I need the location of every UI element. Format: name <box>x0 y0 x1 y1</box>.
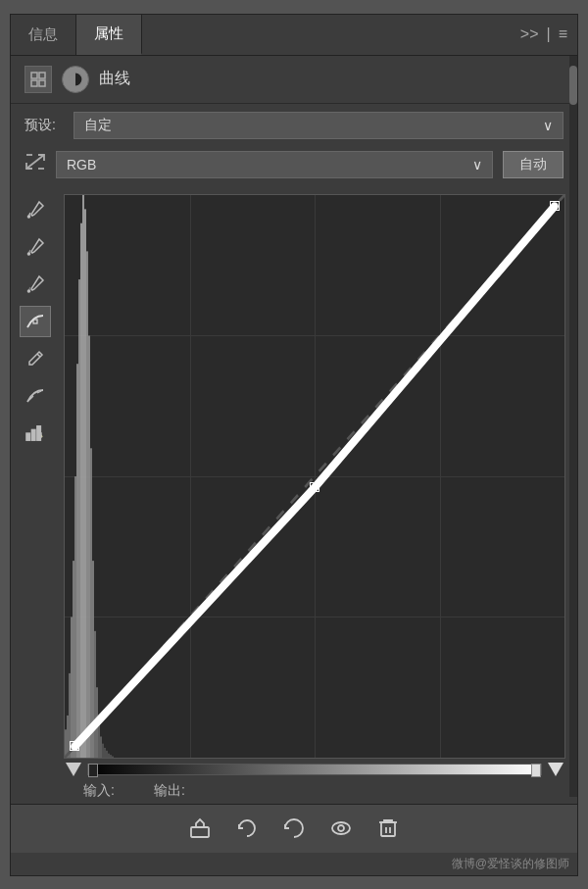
shuffle-icon[interactable] <box>24 153 46 175</box>
ctrl-point-top[interactable] <box>550 201 560 211</box>
svg-text:!: ! <box>40 432 41 437</box>
svg-rect-41 <box>191 827 209 837</box>
svg-rect-1 <box>39 73 45 78</box>
svg-rect-0 <box>31 73 37 78</box>
svg-point-42 <box>332 822 350 834</box>
svg-rect-44 <box>381 822 395 836</box>
rgb-row: RGB ∨ 自动 <box>11 147 577 186</box>
svg-point-6 <box>28 253 30 255</box>
pencil-tool[interactable] <box>20 343 51 374</box>
divider-icon: | <box>547 25 551 43</box>
gradient-handle-left[interactable] <box>88 764 98 777</box>
tab-info[interactable]: 信息 <box>11 15 76 55</box>
tab-props[interactable]: 属性 <box>76 15 142 55</box>
tab-icons: >> | ≡ <box>520 15 577 55</box>
delete-button[interactable] <box>376 816 400 840</box>
gradient-handle-right[interactable] <box>531 764 541 777</box>
eyedrop-gray-tool[interactable] <box>20 231 51 263</box>
properties-panel: 信息 属性 >> | ≡ 曲线 预设: <box>10 14 578 876</box>
auto-button[interactable]: 自动 <box>503 151 564 178</box>
scrollbar-thumb[interactable] <box>569 66 577 105</box>
watermark: 微博@爱怪谈的修图师 <box>11 853 577 875</box>
gradient-strip-wrap <box>64 763 565 776</box>
svg-point-7 <box>28 290 30 292</box>
ctrl-point-bottom[interactable] <box>70 741 79 751</box>
preset-select[interactable]: 自定 ∨ <box>74 112 564 139</box>
svg-rect-3 <box>39 80 45 86</box>
scrollbar[interactable] <box>569 56 577 797</box>
svg-rect-12 <box>31 429 35 440</box>
channel-select[interactable]: RGB ∨ <box>56 151 493 178</box>
menu-icon[interactable]: ≡ <box>559 25 567 43</box>
visibility-button[interactable] <box>235 816 259 840</box>
output-label: 输出: <box>154 782 185 800</box>
eyedrop-black-tool[interactable] <box>20 269 51 300</box>
expand-icon[interactable]: >> <box>520 25 539 43</box>
eye-preview-button[interactable] <box>329 816 353 840</box>
clip-to-layer-button[interactable] <box>188 816 212 840</box>
bottom-bar <box>11 804 577 853</box>
reset-button[interactable] <box>282 816 306 840</box>
curve-canvas[interactable] <box>64 194 565 759</box>
curve-svg <box>65 195 564 758</box>
main-area: ! <box>11 186 577 804</box>
tab-bar: 信息 属性 >> | ≡ <box>11 15 577 56</box>
section-label: 曲线 <box>99 69 130 89</box>
ctrl-point-mid[interactable] <box>310 482 319 492</box>
shadow-triangle[interactable] <box>66 763 81 776</box>
input-label: 输入: <box>83 782 115 800</box>
eyedrop-white-tool[interactable] <box>20 194 51 225</box>
io-row: 输入: 输出: <box>64 776 565 804</box>
svg-point-43 <box>338 825 344 831</box>
svg-rect-2 <box>31 80 37 86</box>
preset-label: 预设: <box>24 117 64 134</box>
svg-point-5 <box>28 216 30 218</box>
half-circle-icon <box>62 66 89 93</box>
highlight-triangle[interactable] <box>548 763 564 776</box>
section-title-row: 曲线 <box>11 56 577 104</box>
curve-smooth-tool[interactable] <box>20 380 51 412</box>
curve-edit-tool[interactable] <box>20 306 51 337</box>
preset-row: 预设: 自定 ∨ <box>11 104 577 147</box>
svg-rect-8 <box>33 320 37 323</box>
gradient-strip[interactable] <box>87 764 542 775</box>
curve-area: 输入: 输出: <box>60 186 577 804</box>
toolbar: ! <box>11 186 60 804</box>
grid-icon <box>24 66 52 93</box>
histogram-warning-tool[interactable]: ! <box>20 418 51 449</box>
svg-rect-11 <box>26 433 30 440</box>
